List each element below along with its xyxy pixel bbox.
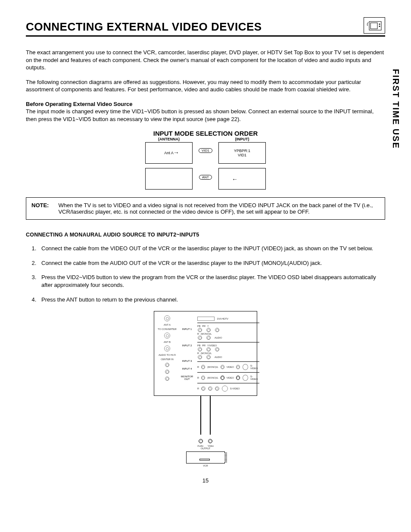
jack-icon	[198, 355, 202, 359]
monitor-out-label: MONITOR OUT	[178, 374, 196, 381]
tv-cartoon-icon	[364, 17, 385, 34]
r3: R	[197, 366, 199, 368]
d1-right-l1: YPBPR:1	[234, 149, 250, 153]
svideo-icon	[243, 375, 248, 381]
d1-br-box	[218, 168, 266, 190]
cable-icon	[200, 396, 201, 435]
r-label2: R	[197, 352, 199, 355]
page-title: CONNECTING EXTERNAL VIDEO DEVICES	[26, 20, 262, 34]
jack-icon	[215, 328, 219, 332]
r-label: R	[197, 333, 199, 335]
r5: R	[197, 387, 199, 390]
steps-list: Connect the cable from the VIDEO OUT of …	[26, 245, 385, 303]
jack-icon	[208, 386, 212, 391]
d1-right-box: YPBPR:1 VID1	[218, 142, 266, 164]
jack-icon	[198, 328, 202, 332]
step-4: Press the ANT button to return to the pr…	[38, 296, 385, 304]
jack-icon	[236, 365, 240, 369]
note-label: NOTE:	[31, 202, 49, 215]
intro-paragraph-2: The following connection diagrams are of…	[26, 78, 385, 93]
d1-pill-top: VID1	[199, 148, 212, 153]
page-header: CONNECTING EXTERNAL VIDEO DEVICES	[26, 17, 385, 37]
pr-label2: PR	[202, 344, 206, 347]
sv5: S-VIDEO	[230, 387, 240, 390]
vcr-diagram: Audio Video OUTPUT VCR	[154, 439, 257, 467]
input2-label: INPUT 2	[178, 343, 196, 348]
ant-a-jack-icon	[164, 315, 170, 321]
svideo-icon	[222, 386, 228, 392]
yvideo-label: Y/VIDEO	[207, 344, 217, 347]
vcr-output-label: OUTPUT	[154, 447, 257, 450]
svg-point-2	[379, 24, 380, 25]
monol-label: (MONO)/L	[201, 333, 212, 335]
jack-icon	[206, 328, 211, 332]
sv4: S-VIDEO	[250, 375, 259, 380]
jack-icon	[198, 336, 202, 340]
jack-icon	[221, 365, 224, 369]
audio-label: AUDIO	[215, 336, 222, 339]
step-1: Connect the cable from the VIDEO OUT of …	[38, 245, 385, 252]
ant-a-label: ANT A	[164, 324, 171, 326]
y-label: Y	[207, 325, 209, 327]
sv3: S-VIDEO	[250, 364, 259, 370]
input2-row: PBPRY/VIDEO R(MONO)/L AUDIO	[197, 342, 259, 361]
note-box: NOTE: When the TV is set to VIDEO and a …	[26, 197, 385, 220]
input4-row: R (MONO)/L VIDEO S-VIDEO	[197, 372, 259, 383]
diagram1-title: INPUT MODE SELECTION ORDER	[26, 130, 385, 137]
v3: VIDEO	[227, 366, 234, 368]
section2-heading: CONNECTING A MONAURAL AUDIO SOURCE TO IN…	[26, 232, 385, 238]
audio-label2: AUDIO	[215, 356, 222, 358]
dvi-port-icon	[197, 317, 215, 321]
pb-label: PB	[197, 325, 200, 327]
ml4: (MONO)/L	[207, 376, 218, 379]
jack-icon	[201, 376, 205, 380]
d1-left-box: Ant A	[145, 142, 193, 164]
center-r-icon	[165, 370, 169, 374]
input3-label: INPUT 3	[178, 359, 196, 363]
svg-point-3	[379, 26, 380, 27]
center-in-label: CENTER IN	[161, 358, 174, 361]
jack-icon	[201, 386, 206, 391]
d1-pill-bottom: ANT	[199, 175, 212, 180]
dvi-row: DVI-HDTV	[197, 315, 259, 323]
vcr-audio-jack-icon	[199, 439, 203, 443]
jack-connected-icon	[221, 376, 224, 380]
ml3: (MONO)/L	[207, 366, 218, 368]
before-heading: Before Operating External Video Source	[26, 101, 133, 107]
col-c: DVI-HDTV PBPRY R(MONO)/L AUDIO PBPRY/VID…	[197, 315, 259, 394]
ant-b-jack-icon	[164, 333, 170, 339]
before-operating-block: Before Operating External Video Source T…	[26, 100, 385, 123]
ant-b-label: ANT B	[164, 341, 171, 343]
rear-panel-diagram: ANT A TO CONVERTER ANT B AUDIO TO HI-FI …	[154, 311, 257, 396]
vcr-label: VCR	[154, 464, 257, 467]
jack-icon	[198, 347, 202, 352]
jack-icon	[206, 355, 211, 359]
jack-connected-icon	[236, 376, 240, 380]
cable-diagram	[26, 396, 385, 436]
before-body: The input mode is changed every time the…	[26, 108, 374, 122]
input1-label: INPUT 1	[178, 327, 196, 331]
monol-label2: (MONO)/L	[201, 352, 212, 355]
arrow-left-icon: ←	[232, 176, 238, 183]
jack-icon	[215, 386, 219, 391]
note-text: When the TV is set to VIDEO and a video …	[58, 202, 380, 215]
d1-right-head: (INPUT)	[235, 137, 249, 141]
jack-icon	[206, 347, 211, 352]
side-tab-label: FIRST TIME USE	[391, 69, 401, 149]
step-3: Press the VID2~VID5 button to view the p…	[38, 274, 385, 289]
pb-label2: PB	[197, 344, 200, 347]
input1-row: PBPRY R(MONO)/L AUDIO	[197, 323, 259, 342]
hifi-jack-icon	[164, 345, 170, 352]
step-2: Connect the cable from the AUDIO OUT of …	[38, 259, 385, 267]
d1-bl-box	[145, 168, 193, 190]
dvi-label: DVI-HDTV	[217, 317, 228, 320]
jack-icon	[215, 347, 219, 352]
input4-label: INPUT 4	[178, 367, 196, 371]
col-a: ANT A TO CONVERTER ANT B AUDIO TO HI-FI …	[158, 315, 177, 394]
jack-icon	[201, 365, 205, 369]
intro-paragraph-1: The exact arrangement you use to connect…	[26, 49, 385, 72]
r4: R	[197, 376, 199, 379]
audio-hifi-label: AUDIO TO HI-FI	[159, 354, 176, 356]
d1-right-l2: VID1	[238, 153, 246, 157]
cable-icon	[210, 396, 211, 435]
